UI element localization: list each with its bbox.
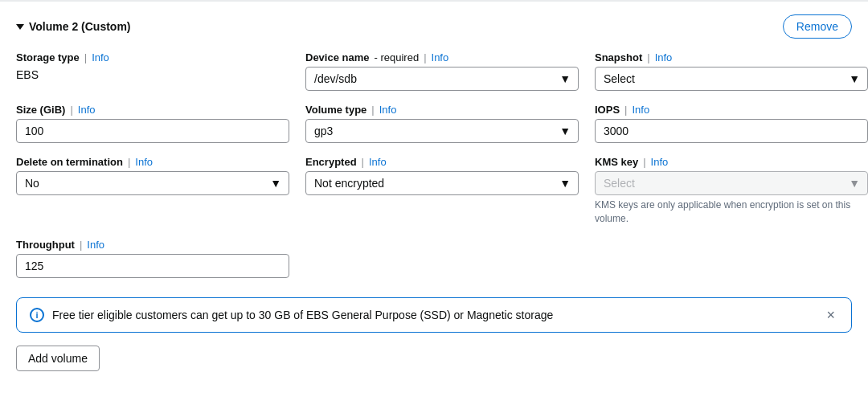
storage-type-group: Storage type | Info EBS <box>16 51 289 91</box>
kms-key-group: KMS key | Info Select ▼ KMS keys are onl… <box>595 156 868 226</box>
delete-on-termination-info[interactable]: Info <box>135 156 153 168</box>
iops-input[interactable] <box>595 119 868 143</box>
volume-type-select[interactable]: gp3 <box>305 119 579 143</box>
volume-section: Volume 2 (Custom) Remove Storage type | … <box>0 2 868 291</box>
kms-key-note: KMS keys are only applicable when encryp… <box>595 198 868 226</box>
delete-on-termination-select[interactable]: No <box>16 171 289 195</box>
info-banner-close-button[interactable]: × <box>823 308 838 322</box>
fields-row-3: Delete on termination | Info No ▼ Encryp… <box>16 156 852 239</box>
kms-key-select: Select <box>595 171 868 195</box>
snapshot-group: Snapshot | Info Select ▼ <box>595 51 868 91</box>
volume-title: Volume 2 (Custom) <box>16 20 131 33</box>
encrypted-select-wrapper: Not encrypted ▼ <box>305 171 579 195</box>
encrypted-label: Encrypted | Info <box>305 156 579 168</box>
volume-type-select-wrapper: gp3 ▼ <box>305 119 579 143</box>
kms-key-info[interactable]: Info <box>651 156 669 168</box>
volume-type-label: Volume type | Info <box>305 104 579 116</box>
delete-on-termination-label: Delete on termination | Info <box>16 156 289 168</box>
device-name-info[interactable]: Info <box>432 51 449 63</box>
kms-key-label: KMS key | Info <box>595 156 868 168</box>
snapshot-info[interactable]: Info <box>655 51 673 63</box>
device-name-label: Device name - required | Info <box>305 51 579 63</box>
encrypted-info[interactable]: Info <box>369 156 387 168</box>
encrypted-select[interactable]: Not encrypted <box>305 171 579 195</box>
info-banner: i Free tier eligible customers can get u… <box>16 297 852 333</box>
storage-type-label: Storage type | Info <box>16 51 289 63</box>
fields-row-2: Size (GiB) | Info Volume type | Info gp3 <box>16 104 852 156</box>
iops-group: IOPS | Info <box>595 104 868 143</box>
snapshot-select-wrapper: Select ▼ <box>595 67 868 91</box>
iops-info[interactable]: Info <box>632 104 649 116</box>
device-name-select-wrapper: /dev/sdb ▼ <box>305 67 579 91</box>
size-info[interactable]: Info <box>78 104 96 116</box>
fields-row-4: Throughput | Info <box>16 239 852 291</box>
snapshot-label: Snapshot | Info <box>595 51 868 63</box>
delete-on-termination-select-wrapper: No ▼ <box>16 171 289 195</box>
size-input[interactable] <box>16 119 289 143</box>
add-volume-button[interactable]: Add volume <box>16 346 100 371</box>
info-banner-text: Free tier eligible customers can get up … <box>52 309 553 321</box>
size-group: Size (GiB) | Info <box>16 104 289 143</box>
info-banner-left: i Free tier eligible customers can get u… <box>30 308 553 322</box>
encrypted-group: Encrypted | Info Not encrypted ▼ <box>305 156 579 226</box>
fields-row-1: Storage type | Info EBS Device name - re… <box>16 51 852 104</box>
remove-button[interactable]: Remove <box>783 14 852 39</box>
size-label: Size (GiB) | Info <box>16 104 289 116</box>
device-name-select[interactable]: /dev/sdb <box>305 67 579 91</box>
collapse-icon[interactable] <box>16 24 24 30</box>
iops-label: IOPS | Info <box>595 104 868 116</box>
volume-type-group: Volume type | Info gp3 ▼ <box>305 104 579 143</box>
volume-header: Volume 2 (Custom) Remove <box>16 14 852 39</box>
storage-type-value: EBS <box>16 67 289 83</box>
device-name-group: Device name - required | Info /dev/sdb ▼ <box>305 51 579 91</box>
throughput-label: Throughput | Info <box>16 239 289 251</box>
delete-on-termination-group: Delete on termination | Info No ▼ <box>16 156 289 226</box>
throughput-group: Throughput | Info <box>16 239 289 278</box>
kms-key-select-wrapper: Select ▼ <box>595 171 868 195</box>
info-banner-icon: i <box>30 308 44 322</box>
storage-type-info[interactable]: Info <box>92 51 109 63</box>
snapshot-select[interactable]: Select <box>595 67 868 91</box>
page-wrapper: Volume 2 (Custom) Remove Storage type | … <box>0 0 868 409</box>
volume-type-info[interactable]: Info <box>379 104 397 116</box>
volume-title-text: Volume 2 (Custom) <box>29 20 131 33</box>
bottom-buttons: Add volume <box>16 346 852 371</box>
throughput-input[interactable] <box>16 254 289 278</box>
throughput-info[interactable]: Info <box>87 239 104 251</box>
